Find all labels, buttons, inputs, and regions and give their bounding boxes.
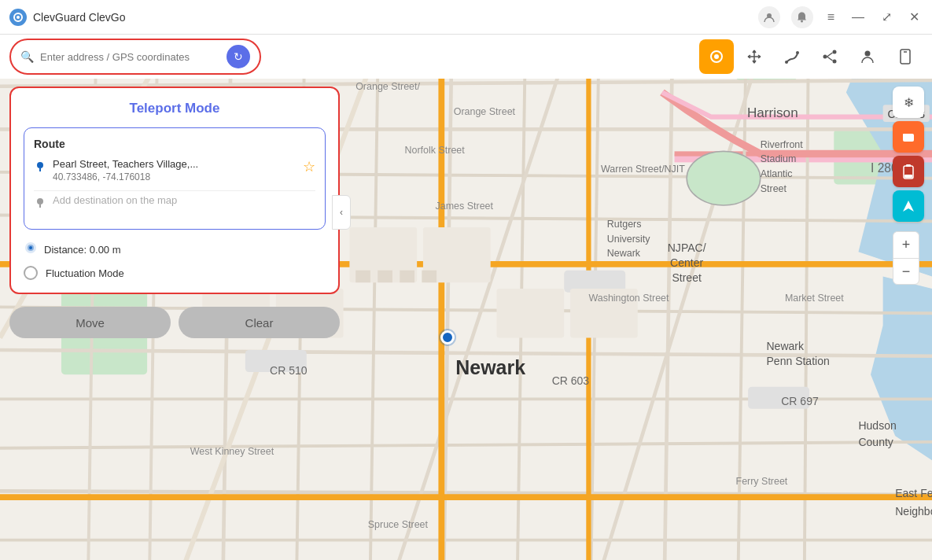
svg-rect-123	[903, 134, 908, 136]
svg-text:Stadium: Stadium	[761, 153, 797, 164]
origin-text: Pearl Street, Teachers Village,... 40.73…	[53, 158, 297, 182]
svg-text:Spruce Street: Spruce Street	[368, 519, 429, 530]
svg-text:Newark: Newark	[607, 248, 641, 259]
action-buttons: Move Clear	[9, 300, 340, 338]
svg-point-5	[714, 54, 719, 59]
svg-text:Warren Street/NJIT: Warren Street/NJIT	[601, 164, 685, 175]
clear-button[interactable]: Clear	[179, 307, 340, 338]
toolbar-tools	[699, 39, 923, 74]
collapse-panel-button[interactable]: ‹	[332, 195, 351, 230]
destination-route-item[interactable]: Add destination on the map	[34, 194, 315, 212]
route-mode-button[interactable]	[775, 39, 809, 74]
svg-point-3	[801, 20, 803, 23]
svg-rect-74	[422, 271, 437, 283]
svg-text:Street: Street	[672, 271, 701, 284]
origin-pin-icon	[34, 160, 46, 175]
svg-point-117	[37, 162, 43, 168]
svg-text:Orange Street: Orange Street	[454, 106, 516, 117]
minimize-button[interactable]: —	[849, 9, 868, 26]
svg-text:Hudson: Hudson	[858, 419, 896, 432]
fluctuation-checkbox[interactable]	[24, 266, 38, 280]
app-logo	[9, 9, 27, 26]
svg-text:East Ferry: East Ferry	[895, 487, 932, 499]
svg-rect-72	[378, 271, 392, 283]
titlebar: ClevGuard ClevGo ≡ — ⤢ ✕	[0, 0, 932, 35]
svg-rect-126	[904, 175, 912, 178]
svg-point-1	[17, 16, 20, 19]
svg-text:Riverfront: Riverfront	[761, 139, 804, 150]
distance-row: Distance: 0.00 m	[24, 241, 326, 258]
snowflake-tool[interactable]: ❄	[893, 87, 924, 118]
svg-text:NJPAC/: NJPAC/	[668, 241, 706, 254]
svg-point-75	[687, 151, 761, 205]
route-box: Route Pearl Street, Teachers Village,...…	[24, 127, 326, 230]
favorite-star[interactable]: ☆	[303, 158, 315, 175]
move-button[interactable]: Move	[9, 307, 171, 338]
svg-text:Street: Street	[761, 183, 787, 194]
close-button[interactable]: ✕	[906, 8, 923, 26]
svg-text:Neighbor: Neighbor	[895, 505, 932, 518]
svg-point-6	[785, 61, 788, 64]
user-avatar[interactable]	[758, 6, 780, 28]
app-area: 🔍 ↻	[0, 35, 932, 560]
notification-bell[interactable]	[791, 6, 813, 28]
svg-text:CR 603: CR 603	[552, 374, 590, 387]
zoom-controls: + −	[893, 231, 924, 285]
refresh-button[interactable]: ↻	[227, 45, 250, 68]
right-tools: ❄ + −	[893, 87, 924, 285]
titlebar-controls: ≡ — ⤢ ✕	[758, 6, 923, 28]
current-location-dot	[440, 330, 455, 344]
svg-rect-68	[496, 289, 564, 337]
svg-rect-71	[355, 271, 370, 283]
svg-text:University: University	[607, 234, 650, 245]
svg-text:CR 697: CR 697	[781, 395, 819, 407]
svg-line-12	[827, 57, 833, 61]
multi-route-button[interactable]	[812, 39, 847, 74]
battery-tool[interactable]	[893, 156, 924, 187]
teleport-panel: Teleport Mode Route Pearl Street, Teache…	[9, 87, 340, 294]
svg-text:Harrison: Harrison	[747, 105, 798, 120]
svg-text:West Kinney Street: West Kinney Street	[190, 446, 274, 457]
route-label: Route	[34, 138, 315, 150]
svg-text:Rutgers: Rutgers	[607, 219, 642, 230]
svg-point-7	[796, 51, 799, 54]
map-area[interactable]: Newark Harrison West Hudson NJPAC/ Cente…	[0, 79, 932, 560]
svg-text:Newark: Newark	[455, 356, 525, 378]
svg-text:Washington Street: Washington Street	[588, 293, 669, 304]
person-icon-button[interactable]	[850, 39, 885, 74]
svg-point-118	[37, 198, 43, 204]
fluctuation-row: Fluctuation Mode	[24, 266, 326, 280]
app-title: ClevGuard ClevGo	[33, 11, 758, 24]
svg-point-121	[29, 246, 32, 249]
search-icon: 🔍	[20, 50, 34, 63]
origin-coords: 40.733486, -74.176018	[53, 171, 297, 182]
fluctuation-label: Fluctuation Mode	[46, 267, 124, 279]
teleport-mode-button[interactable]	[699, 39, 734, 74]
left-panel: Teleport Mode Route Pearl Street, Teache…	[9, 87, 340, 338]
folder-tool[interactable]	[893, 121, 924, 153]
destination-pin-icon	[34, 196, 46, 212]
maximize-button[interactable]: ⤢	[879, 8, 895, 26]
hamburger-menu[interactable]: ≡	[824, 9, 838, 26]
svg-text:Penn Station: Penn Station	[767, 355, 830, 367]
svg-point-9	[833, 50, 837, 54]
zoom-in-button[interactable]: +	[893, 231, 919, 258]
navigation-tool[interactable]	[893, 190, 924, 222]
teleport-title: Teleport Mode	[24, 101, 326, 116]
svg-text:Atlantic: Atlantic	[761, 168, 793, 179]
move-tool-button[interactable]	[737, 39, 772, 74]
svg-text:Orange Street/: Orange Street/	[355, 81, 420, 92]
device-icon-button[interactable]	[888, 39, 923, 74]
svg-point-10	[833, 60, 837, 64]
svg-text:Center: Center	[670, 256, 703, 269]
svg-point-13	[865, 51, 871, 57]
svg-text:Norfolk Street: Norfolk Street	[405, 146, 466, 157]
svg-rect-125	[906, 164, 911, 167]
svg-rect-73	[400, 271, 414, 283]
svg-point-8	[823, 55, 827, 59]
zoom-out-button[interactable]: −	[893, 258, 919, 285]
svg-text:Newark: Newark	[767, 340, 805, 352]
search-input[interactable]	[40, 51, 220, 63]
svg-text:CR 510: CR 510	[270, 364, 308, 377]
svg-text:County: County	[858, 436, 893, 448]
